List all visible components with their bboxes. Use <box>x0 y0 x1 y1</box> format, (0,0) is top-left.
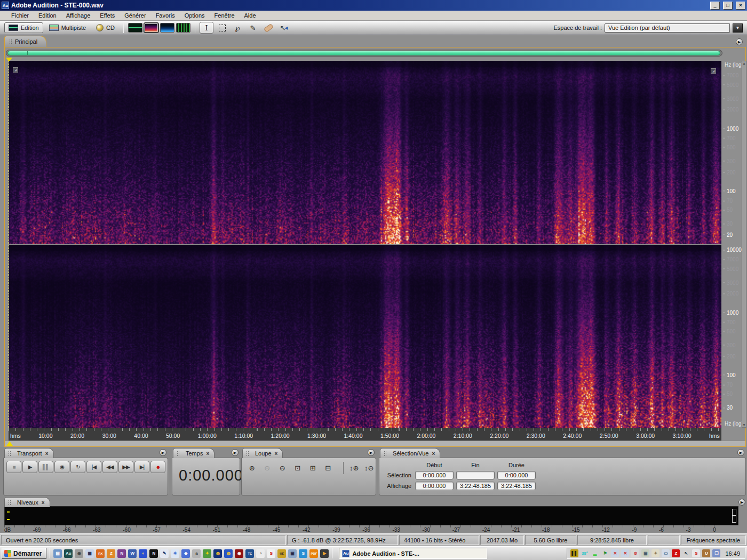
quicklaunch-globe-dark-icon[interactable]: ◍ <box>213 549 222 558</box>
selection-vue-panel-tab[interactable]: Sélection/Vue × <box>380 448 440 458</box>
quicklaunch-gray-a-icon[interactable]: a <box>192 549 201 558</box>
spectral-pan-display-button[interactable] <box>160 23 174 33</box>
quicklaunch-star-tool-icon[interactable]: ✳ <box>171 549 179 558</box>
loupe-panel-tab[interactable]: Loupe × <box>242 448 283 458</box>
workspace-dropdown[interactable]: Vue Edition (par défaut) <box>605 23 730 33</box>
quicklaunch-total-commander-icon[interactable]: TC <box>245 549 254 558</box>
menu-fichier[interactable]: Fichier <box>6 11 34 20</box>
tray-cleaner-icon[interactable]: ✦ <box>651 549 659 557</box>
zoom-out-full-button[interactable]: ⊖ <box>276 462 289 474</box>
menu-favoris[interactable]: Favoris <box>151 11 180 20</box>
spot-healing-brush-tool[interactable] <box>261 22 275 34</box>
horizontal-scrollbar-thumb[interactable] <box>7 51 720 55</box>
niveaux-menu-button[interactable]: ▶ <box>738 499 745 506</box>
scroll-down-arrow[interactable]: ▼ <box>742 423 746 427</box>
maximize-button[interactable]: □ <box>723 2 733 10</box>
tray-flag-icon[interactable]: ⚑ <box>601 549 609 557</box>
right-channel-corner-icon[interactable]: ◢ <box>711 68 716 74</box>
selection-debut-field[interactable]: 0:00.000 <box>415 471 454 479</box>
zoom-out-horizontal-button[interactable]: ⊖ <box>261 462 274 474</box>
time-ruler[interactable]: hms10:0020:0030:0040:0050:001:00:001:10:… <box>9 428 721 441</box>
cd-view-button[interactable]: CD <box>92 22 119 33</box>
edition-view-button[interactable]: Edition <box>4 22 43 33</box>
menu-options[interactable]: Options <box>180 11 210 20</box>
quicklaunch-globe-blue-icon[interactable]: ◍ <box>224 549 233 558</box>
selection-vue-menu-button[interactable]: ▶ <box>737 449 744 456</box>
rewind-button[interactable]: ◀◀ <box>102 461 117 473</box>
zoom-in-horizontal-button[interactable]: ⊕ <box>245 462 259 474</box>
temps-menu-button[interactable]: ▶ <box>232 449 239 456</box>
quicklaunch-rx-icon[interactable]: RX <box>96 549 105 558</box>
niveaux-panel-tab[interactable]: Niveaux × <box>4 497 50 507</box>
temps-close-icon[interactable]: × <box>206 451 209 457</box>
spectrogram-right-channel[interactable] <box>9 245 721 428</box>
task-button-audition[interactable]: Au Adobe Audition - STE-... <box>339 548 487 559</box>
menu-aide[interactable]: Aide <box>240 11 261 20</box>
quicklaunch-pen-tool-icon[interactable]: ✎ <box>160 549 169 558</box>
quicklaunch-diamond-app-icon[interactable]: ◆ <box>181 549 190 558</box>
waveform-display-button[interactable] <box>128 23 142 33</box>
zoom-in-left-edge-button[interactable]: ⊞ <box>306 462 320 474</box>
menu-affichage[interactable]: Affichage <box>61 11 96 20</box>
left-channel-corner-icon[interactable]: ◢ <box>13 67 18 73</box>
quicklaunch-media-center-icon[interactable]: ▶ <box>320 549 329 558</box>
scrub-tool[interactable]: ↖ <box>277 22 291 34</box>
tray-minimized-app-icon[interactable]: ▂ <box>591 549 599 557</box>
record-button[interactable]: ● <box>150 461 165 473</box>
minimize-button[interactable]: _ <box>710 2 720 10</box>
quicklaunch-onenote-icon[interactable]: N <box>117 549 126 558</box>
tray-network-disabled-icon-2[interactable]: ✕ <box>621 549 629 557</box>
quicklaunch-show-desktop-icon[interactable]: ▤ <box>53 549 62 558</box>
tray-lightning-icon[interactable]: Z <box>672 549 680 557</box>
zoom-in-right-edge-button[interactable]: ⊟ <box>322 462 335 474</box>
spectral-phase-display-button[interactable] <box>176 23 190 33</box>
marquee-selection-tool[interactable] <box>215 22 229 34</box>
tray-cursor-icon[interactable]: ↖ <box>682 549 690 557</box>
frequency-ruler[interactable]: 7000500030002000100070050030020010070503… <box>723 61 741 428</box>
affichage-debut-field[interactable]: 0:00.000 <box>415 482 454 490</box>
pause-button[interactable]: ▌▌ <box>38 461 53 473</box>
selection-duree-field[interactable]: 0:00.000 <box>497 471 536 479</box>
vertical-zoom-out-button[interactable]: ↕⊖ <box>363 462 376 474</box>
tray-cd-blocked-icon[interactable]: ⊘ <box>631 549 639 557</box>
scroll-up-arrow[interactable]: ▲ <box>742 62 746 65</box>
playhead-line[interactable] <box>9 61 9 428</box>
quicklaunch-pc-icon[interactable]: ▣ <box>288 549 297 558</box>
menu-edition[interactable]: Edition <box>34 11 61 20</box>
quicklaunch-orange-app-icon[interactable]: Z <box>107 549 115 558</box>
group-menu-button[interactable]: ▶ <box>736 38 743 45</box>
channel-divider[interactable] <box>9 244 721 245</box>
transport-panel-tab[interactable]: Transport × <box>4 448 54 458</box>
affichage-duree-field[interactable]: 3:22:48.185 <box>497 482 536 490</box>
spectral-frequency-display-button[interactable] <box>144 23 158 33</box>
workspace-dropdown-arrow[interactable]: ▼ <box>733 23 743 33</box>
quicklaunch-calculator-icon[interactable]: ▦ <box>85 549 94 558</box>
loupe-close-icon[interactable]: × <box>275 451 278 457</box>
quicklaunch-planet-icon[interactable]: ◐ <box>139 549 147 558</box>
tray-app-icon[interactable]: ❒ <box>712 549 720 557</box>
time-selection-tool[interactable]: Ι <box>200 22 213 34</box>
start-button[interactable]: Démarrer <box>2 548 46 559</box>
tray-jug-icon[interactable]: U <box>702 549 710 557</box>
tray-firewall-icon[interactable]: S <box>692 549 700 557</box>
quicklaunch-media-player-classic-icon[interactable]: ◉ <box>75 549 83 558</box>
quicklaunch-audition-icon[interactable]: Au <box>64 549 73 558</box>
go-to-end-button[interactable]: ▶| <box>134 461 149 473</box>
transport-menu-button[interactable]: ▶ <box>160 449 166 456</box>
close-button[interactable]: ✕ <box>736 2 745 10</box>
go-to-beginning-button[interactable]: |◀ <box>86 461 101 473</box>
frequency-ruler-right-channel[interactable]: 1000070005000300020001000700500300200100… <box>723 245 741 428</box>
playhead-bottom-marker[interactable] <box>6 438 13 446</box>
quicklaunch-eye-icon[interactable]: ◉ <box>235 549 243 558</box>
fast-forward-button[interactable]: ▶▶ <box>118 461 133 473</box>
stop-button[interactable]: ■ <box>6 461 21 473</box>
affichage-fin-field[interactable]: 3:22:48.185 <box>456 482 495 490</box>
quicklaunch-ultraedit-icon[interactable]: UE <box>277 549 286 558</box>
level-meter[interactable] <box>4 506 738 525</box>
frequency-ruler-left-channel[interactable]: 7000500030002000100070050030020010070503… <box>723 61 741 244</box>
spectrogram-display[interactable]: ◢ ◢ <box>9 61 721 428</box>
menu-effets[interactable]: Effets <box>95 11 120 20</box>
multipiste-view-button[interactable]: Multipiste <box>45 22 90 33</box>
transport-close-icon[interactable]: × <box>45 451 49 457</box>
zoom-to-selection-button[interactable]: ⊡ <box>291 462 305 474</box>
